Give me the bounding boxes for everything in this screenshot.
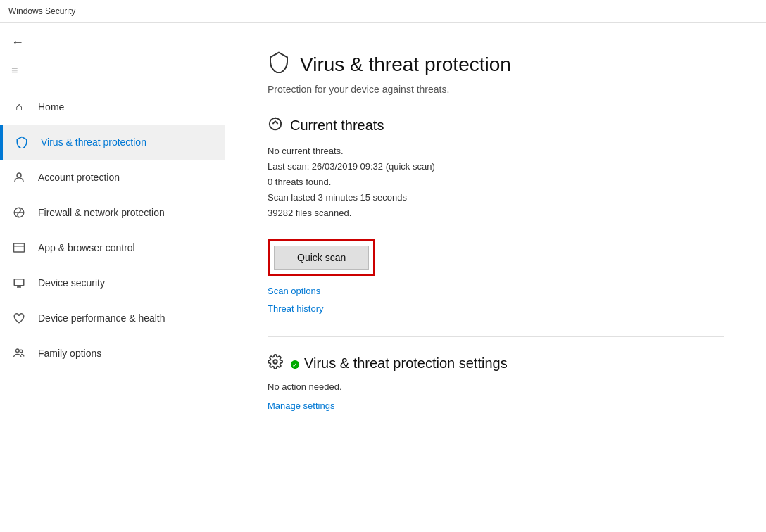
- threats-found-text: 0 threats found.: [268, 175, 724, 190]
- settings-status: No action needed.: [268, 381, 724, 392]
- svg-text:✓: ✓: [292, 361, 298, 368]
- protection-settings-section: ✓ Virus & threat protection settings No …: [268, 354, 724, 411]
- manage-settings-link[interactable]: Manage settings: [268, 400, 724, 411]
- current-threats-body: No current threats. Last scan: 26/03/201…: [268, 144, 724, 221]
- sidebar-item-device-health-label: Device performance & health: [38, 312, 165, 324]
- sidebar-nav: ⌂ Home Virus & threat protection: [0, 89, 225, 371]
- hamburger-icon: ≡: [11, 64, 18, 77]
- protection-settings-header: ✓ Virus & threat protection settings: [268, 354, 724, 373]
- title-bar-text: Windows Security: [8, 6, 75, 16]
- no-threats-text: No current threats.: [268, 144, 724, 159]
- current-threats-header: Current threats: [268, 116, 724, 135]
- sidebar-item-device-health[interactable]: Device performance & health: [0, 300, 225, 336]
- sidebar-item-browser[interactable]: App & browser control: [0, 230, 225, 265]
- shield-icon: [14, 134, 30, 150]
- home-icon: ⌂: [11, 99, 27, 115]
- settings-icon: [268, 354, 283, 373]
- sidebar-item-family-label: Family options: [38, 348, 101, 359]
- scan-duration-text: Scan lasted 3 minutes 15 seconds: [268, 190, 724, 205]
- current-threats-title: Current threats: [290, 118, 384, 134]
- sidebar-item-firewall-label: Firewall & network protection: [38, 207, 165, 218]
- settings-badge-icon: ✓: [290, 357, 300, 370]
- svg-point-10: [273, 360, 277, 365]
- sidebar-item-firewall[interactable]: Firewall & network protection: [0, 195, 225, 230]
- current-threats-icon: [268, 116, 283, 135]
- sidebar-item-home-label: Home: [38, 101, 64, 113]
- last-scan-text: Last scan: 26/03/2019 09:32 (quick scan): [268, 159, 724, 175]
- back-button[interactable]: ←: [0, 28, 225, 57]
- sidebar-item-virus[interactable]: Virus & threat protection: [0, 125, 225, 160]
- sidebar-item-account-label: Account protection: [38, 172, 120, 183]
- threat-history-link[interactable]: Threat history: [268, 303, 724, 314]
- svg-rect-2: [14, 243, 25, 252]
- svg-rect-4: [14, 279, 24, 286]
- page-header: Virus & threat protection: [268, 51, 724, 78]
- sidebar-item-device-security-label: Device security: [38, 277, 105, 289]
- svg-point-7: [16, 349, 20, 353]
- sidebar-item-device-security[interactable]: Device security: [0, 265, 225, 300]
- device-security-icon: [11, 275, 27, 291]
- health-icon: [11, 310, 27, 326]
- quick-scan-button[interactable]: Quick scan: [274, 246, 369, 270]
- svg-point-0: [17, 173, 21, 177]
- protection-settings-title: Virus & threat protection settings: [304, 355, 508, 372]
- main-content: Virus & threat protection Protection for…: [225, 23, 766, 532]
- page-title: Virus & threat protection: [300, 53, 511, 76]
- svg-point-8: [20, 350, 23, 353]
- sidebar: ← ≡ ⌂ Home Virus & threat protection: [0, 23, 225, 532]
- title-bar: Windows Security: [0, 0, 766, 23]
- back-arrow-icon: ←: [11, 35, 24, 50]
- sidebar-item-virus-label: Virus & threat protection: [41, 137, 146, 148]
- sidebar-item-browser-label: App & browser control: [38, 242, 135, 253]
- sidebar-item-account[interactable]: Account protection: [0, 160, 225, 195]
- sidebar-item-family[interactable]: Family options: [0, 336, 225, 371]
- page-header-icon: [268, 51, 290, 78]
- account-icon: [11, 170, 27, 185]
- firewall-icon: [11, 205, 27, 220]
- section-divider: [268, 336, 724, 337]
- quick-scan-highlight: Quick scan: [268, 239, 375, 276]
- page-subtitle: Protection for your device against threa…: [268, 84, 724, 95]
- hamburger-menu[interactable]: ≡: [0, 57, 225, 84]
- scan-options-link[interactable]: Scan options: [268, 286, 724, 296]
- family-icon: [11, 346, 27, 361]
- browser-icon: [11, 240, 27, 255]
- files-scanned-text: 39282 files scanned.: [268, 205, 724, 221]
- sidebar-item-home[interactable]: ⌂ Home: [0, 89, 225, 125]
- current-threats-section: Current threats No current threats. Last…: [268, 116, 724, 314]
- app-container: ← ≡ ⌂ Home Virus & threat protection: [0, 23, 766, 532]
